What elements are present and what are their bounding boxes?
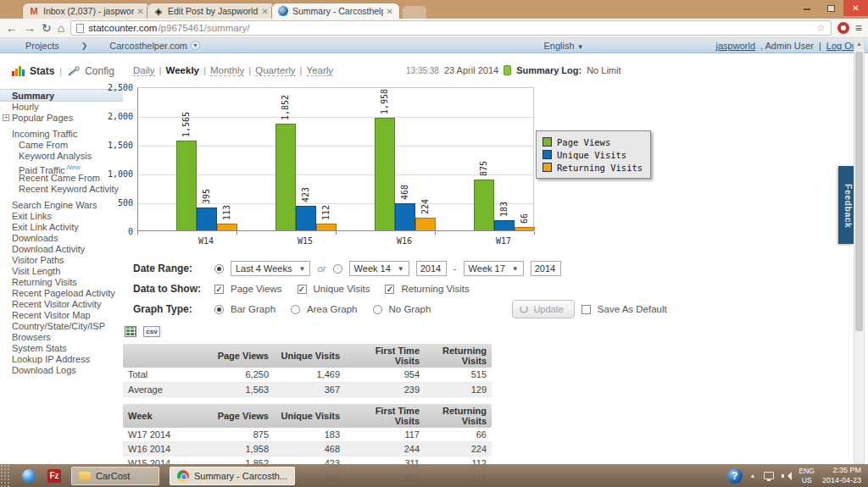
feedback-tab[interactable]: Feedback xyxy=(838,166,854,244)
network-icon[interactable] xyxy=(764,472,774,479)
projects-link[interactable]: Projects xyxy=(25,41,59,51)
graph-type-label: Graph Type: xyxy=(133,303,208,315)
browser-taskbar-icon[interactable] xyxy=(22,469,36,483)
totals-table: Page ViewsUnique VisitsFirst Time Visits… xyxy=(123,344,492,397)
expand-icon[interactable]: + xyxy=(3,114,9,121)
sidebar-item-recent-visitor-map[interactable]: Recent Visitor Map xyxy=(0,310,123,321)
sidebar-item-recent-pageload-activity[interactable]: Recent Pageload Activity xyxy=(0,288,123,299)
column-header: Page Views xyxy=(204,404,274,428)
sidebar-item-incoming-traffic[interactable]: Incoming Traffic xyxy=(0,129,123,140)
site-dropdown-icon[interactable]: ▼ xyxy=(191,41,200,50)
sidebar-item-recent-keyword-activity[interactable]: Recent Keyword Activity xyxy=(0,184,123,195)
language-indicator[interactable]: ENGUS xyxy=(799,467,815,484)
scrollbar-thumb[interactable] xyxy=(855,52,863,331)
tab-close-icon[interactable]: ✕ xyxy=(262,7,269,16)
bar-graph-radio[interactable] xyxy=(214,305,224,314)
browser-tab[interactable]: Summary - Carcosthelper✕ xyxy=(271,3,400,19)
sidebar-item-label: Lookup IP Address xyxy=(12,354,90,364)
site-name[interactable]: Carcosthelper.com xyxy=(109,41,187,51)
maximize-button[interactable] xyxy=(819,0,843,16)
clock[interactable]: 2:35 PM2014-04-23 xyxy=(822,466,861,485)
browser-tab[interactable]: MInbox (2,037) - jaspworld✕ xyxy=(22,3,151,19)
export-csv-icon[interactable]: csv xyxy=(143,326,160,337)
username-link[interactable]: jaspworld xyxy=(716,41,755,51)
sidebar-item-keyword-analysis[interactable]: Keyword Analysis xyxy=(0,151,123,162)
period-tab-daily[interactable]: Daily xyxy=(133,65,155,76)
preset-range-radio[interactable] xyxy=(214,264,224,274)
sidebar-item-country-state-city-isp[interactable]: Country/State/City/ISP xyxy=(0,321,123,332)
sidebar-item-download-activity[interactable]: Download Activity xyxy=(0,244,123,255)
forward-icon[interactable]: → xyxy=(24,22,36,34)
period-tab-weekly[interactable]: Weekly xyxy=(166,65,199,75)
scroll-up-icon[interactable]: ▲ xyxy=(854,38,864,49)
url-bar[interactable]: statcounter.com/p9675461/summary/ ☆ xyxy=(70,20,832,36)
bookmark-star-icon[interactable]: ☆ xyxy=(816,22,826,34)
extension-icon[interactable] xyxy=(837,22,849,34)
x-axis-label: W15 xyxy=(298,236,313,246)
sidebar-item-exit-links[interactable]: Exit Links xyxy=(0,211,123,222)
taskbar-button-summary[interactable]: Summary - Carcosth... xyxy=(170,467,295,485)
period-tab-quarterly[interactable]: Quarterly xyxy=(255,65,295,76)
sidebar-item-recent-visitor-activity[interactable]: Recent Visitor Activity xyxy=(0,299,123,310)
config-label[interactable]: Config xyxy=(85,65,114,77)
sidebar-item-label: Recent Came From xyxy=(19,173,100,183)
table-cell: W16 2014 xyxy=(123,442,204,457)
export-row: csv xyxy=(125,326,843,337)
custom-range-radio[interactable] xyxy=(333,264,342,274)
volume-icon[interactable] xyxy=(782,472,792,480)
preset-range-select[interactable]: Last 4 Weeks▼ xyxy=(231,261,310,276)
help-icon[interactable]: ? xyxy=(727,468,743,484)
table-cell: 129 xyxy=(425,382,492,396)
sidebar-item-lookup-ip-address[interactable]: Lookup IP Address xyxy=(0,354,123,365)
new-tab-button[interactable] xyxy=(403,6,426,19)
week-to-select[interactable]: Week 17▼ xyxy=(464,261,524,276)
sidebar-item-browsers[interactable]: Browsers xyxy=(0,332,123,343)
year-from-input[interactable]: 2014 xyxy=(416,261,447,276)
tray-expand-icon[interactable]: ▲ xyxy=(750,473,756,479)
browser-tab[interactable]: ◈Edit Post by Jaspworld✕ xyxy=(147,3,275,19)
sidebar-item-label: System Stats xyxy=(12,343,67,353)
url-host: statcounter.com xyxy=(88,23,157,33)
export-excel-icon[interactable] xyxy=(125,326,136,337)
page-views-option: Page Views xyxy=(231,284,282,294)
sidebar-item-returning-visits[interactable]: Returning Visits xyxy=(0,277,123,288)
year-to-input[interactable]: 2014 xyxy=(531,261,561,276)
sidebar-item-label: Keyword Analysis xyxy=(19,151,92,161)
period-tab-monthly[interactable]: Monthly xyxy=(210,65,244,76)
page-scrollbar[interactable]: ▲ xyxy=(854,37,865,464)
page-icon xyxy=(76,24,84,33)
taskbar-handle xyxy=(0,464,10,487)
chart-bar-returning-visits xyxy=(515,227,535,230)
tab-title: Summary - Carcosthelper xyxy=(292,6,383,16)
sidebar-item-visitor-paths[interactable]: Visitor Paths xyxy=(0,255,123,266)
week-from-select[interactable]: Week 14▼ xyxy=(349,261,409,276)
browser-menu-icon[interactable]: ≡ xyxy=(855,21,862,35)
sidebar-item-system-stats[interactable]: System Stats xyxy=(0,343,123,354)
refresh-icon[interactable]: ↻ xyxy=(42,22,52,34)
update-button[interactable]: Update xyxy=(512,300,574,318)
no-graph-radio[interactable] xyxy=(373,305,382,314)
sidebar-item-download-logs[interactable]: Download Logs xyxy=(0,365,123,376)
sidebar-item-visit-length[interactable]: Visit Length xyxy=(0,266,123,277)
minimize-button[interactable] xyxy=(794,0,819,16)
close-button[interactable]: ✕ xyxy=(843,0,868,16)
returning-visits-checkbox[interactable]: ✓ xyxy=(385,285,394,294)
stats-label[interactable]: Stats xyxy=(30,65,54,77)
period-tab-yearly[interactable]: Yearly xyxy=(307,65,334,76)
chart-bar-unique-visits xyxy=(197,208,217,230)
page-views-checkbox[interactable]: ✓ xyxy=(214,285,224,294)
bar-value-label: 66 xyxy=(520,213,529,224)
tab-close-icon[interactable]: ✕ xyxy=(137,7,144,16)
area-graph-radio[interactable] xyxy=(291,305,300,314)
unique-visits-checkbox[interactable]: ✓ xyxy=(298,285,307,294)
tab-title: Edit Post by Jaspworld xyxy=(168,6,259,16)
language-select[interactable]: English ▼ xyxy=(544,41,584,51)
bar-value-label: 112 xyxy=(321,205,331,220)
home-icon[interactable]: ⌂ xyxy=(58,22,64,34)
save-default-checkbox[interactable]: ✓ xyxy=(581,305,591,314)
x-axis-label: W16 xyxy=(397,236,412,246)
back-icon[interactable]: ← xyxy=(6,22,18,34)
filezilla-icon[interactable]: Fz xyxy=(47,469,61,483)
tab-close-icon[interactable]: ✕ xyxy=(387,7,393,16)
taskbar-button-carcost[interactable]: CarCost xyxy=(71,467,159,485)
